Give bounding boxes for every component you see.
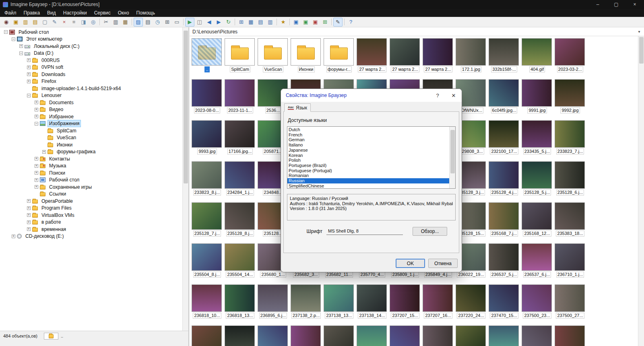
dialog-help-button[interactable]: ? [429, 89, 446, 102]
tree-item[interactable]: +Избранное [0, 113, 182, 120]
menu-edit[interactable]: Правка [20, 9, 44, 17]
thumbnail-cell[interactable] [357, 325, 388, 346]
tree-item[interactable]: +временная [0, 226, 182, 233]
tree-expander[interactable]: + [35, 115, 38, 118]
tree-expander[interactable]: + [27, 220, 31, 224]
tree-item[interactable]: image-uploader-1.4.1-build-5219-x64 [0, 85, 182, 92]
maximize-button[interactable]: ▢ [607, 0, 625, 9]
tree-item[interactable]: +Program Files [0, 205, 182, 212]
browse-mode-button[interactable]: ▨ [134, 18, 143, 27]
tree-expander[interactable]: + [27, 206, 31, 210]
tab-language[interactable]: Авс Язык [284, 103, 311, 112]
ok-button[interactable]: OK [396, 259, 425, 268]
thumbnail-cell[interactable]: 237220_24... [456, 284, 487, 319]
language-option[interactable]: SimplifiedChinese [287, 183, 449, 189]
thumbnail-cell[interactable]: 6c04f9.jpg... [489, 79, 520, 113]
thumbnail-cell[interactable]: 235128_7.j... [192, 202, 223, 237]
help-button[interactable]: ? [346, 18, 355, 27]
language-option[interactable]: Portuguese (Portugal) [287, 168, 449, 173]
thumbnail-cell[interactable] [192, 325, 223, 346]
tree-scrollbar[interactable] [182, 27, 188, 331]
tree-scrollbar-thumb[interactable] [184, 31, 188, 183]
language-option[interactable]: Portuguese (Brazil) [287, 163, 449, 168]
tree-item[interactable]: Ссылки [0, 191, 182, 198]
thumbnail-cell[interactable]: 237207_15... [390, 284, 421, 319]
tree-expander[interactable]: + [27, 199, 31, 203]
thumbnail-cell[interactable]: 236537_5.j... [489, 243, 520, 278]
tree-expander[interactable]: + [35, 101, 38, 104]
tree-expander[interactable]: + [27, 72, 31, 76]
menu-help[interactable]: Помощь [133, 9, 159, 17]
thumbnail-cell[interactable]: 237138_2.p... [291, 284, 322, 319]
refresh-button[interactable]: ↻ [224, 18, 233, 27]
list-scrollbar[interactable] [449, 127, 455, 188]
minimize-button[interactable]: – [588, 0, 607, 9]
thumbnail-cell[interactable]: 235504_14... [225, 243, 256, 278]
language-option[interactable]: Dutch [287, 127, 449, 132]
tree-expander[interactable]: + [35, 108, 38, 111]
thumbnail-cell[interactable]: 237138_13... [324, 284, 355, 319]
thumbnail-cell[interactable]: 27 марта 2... [357, 38, 388, 72]
thumbnail-cell[interactable] [489, 325, 520, 346]
thumbnail-cell[interactable] [390, 325, 421, 346]
thumbnail-cell[interactable]: Иконки [291, 38, 322, 72]
thumbnail-cell[interactable]: 2023-08-0... [192, 79, 223, 113]
timer-button[interactable]: ◷ [153, 18, 162, 27]
thumbnail-cell[interactable]: 235383_18... [555, 202, 586, 237]
preview-mode-button[interactable]: ▤ [143, 18, 153, 27]
thumbnails-mode-button[interactable]: ⊞ [163, 18, 172, 27]
properties-button[interactable]: ◨ [79, 18, 88, 27]
tree-item[interactable]: −Рабочий стол [0, 29, 182, 36]
tree-expander[interactable]: + [27, 66, 31, 69]
batch-convert-button[interactable]: ⊞ [320, 18, 330, 27]
menu-file[interactable]: Файл [1, 9, 20, 17]
thumbnail-cell[interactable]: 236710_1.j... [555, 243, 586, 278]
grid-scrollbar[interactable] [638, 36, 644, 346]
thumbnail-cell[interactable]: 235168_12... [522, 202, 553, 237]
menu-window[interactable]: Окно [114, 9, 133, 17]
delete-button[interactable]: × [60, 18, 69, 27]
edit-file-button[interactable]: ✎ [50, 18, 59, 27]
thumbnail-cell[interactable]: 237500_23... [522, 284, 553, 319]
thumbnail-cell[interactable]: VueScan [258, 38, 289, 72]
remove-folder-button[interactable]: ▣ [311, 18, 320, 27]
view-thumbnails-button[interactable]: ⊞ [237, 18, 246, 27]
tree-item[interactable]: +Видео [0, 106, 182, 113]
tree-expander[interactable]: − [12, 37, 15, 41]
tree-item[interactable]: +CD-дисковод (E:) [0, 233, 182, 240]
view-details-button[interactable]: ▥ [266, 18, 275, 27]
thumbnail-cell[interactable]: 233435_5.j... [522, 120, 553, 154]
language-option[interactable]: Italiano [287, 142, 449, 148]
thumbnail-cell[interactable]: 404.gif [522, 38, 553, 72]
thumbnail-cell[interactable] [225, 325, 256, 346]
thumbnail-cell[interactable]: 233823_7.j... [555, 120, 586, 154]
thumbnail-cell[interactable]: 237207_16... [423, 284, 454, 319]
thumbnail-cell[interactable]: 237470_15... [489, 284, 520, 319]
browse-button[interactable]: Обзор... [413, 227, 447, 236]
thumbnail-cell[interactable] [258, 325, 289, 346]
tree-expander[interactable]: + [35, 171, 38, 175]
tree-item[interactable]: +Documents [0, 99, 182, 106]
cut-button[interactable]: ✂ [101, 18, 111, 27]
thumbnail-cell[interactable]: 235128_6.j... [555, 161, 586, 196]
tree-expander[interactable]: − [4, 30, 8, 34]
language-option[interactable]: Russian [287, 178, 449, 183]
tree-item[interactable]: Иконки [0, 141, 182, 148]
upload-folder-button[interactable]: ▣ [301, 18, 310, 27]
forward-button[interactable]: ▶ [214, 18, 223, 27]
tree-item[interactable]: −Этот компьютер [0, 36, 182, 43]
tree-item[interactable]: +в работе [0, 219, 182, 226]
tree-expander[interactable]: + [27, 227, 31, 231]
thumbnail-cell[interactable] [522, 325, 553, 346]
thumbnail-cell[interactable]: 332b158f-... [489, 38, 520, 72]
thumbnail-cell[interactable]: 235128_4.j... [489, 161, 520, 196]
tree-item[interactable]: +Downloads [0, 71, 182, 78]
chevron-down-icon[interactable]: ▾ [636, 29, 642, 34]
thumbnail-cell[interactable]: 234284_1.j... [225, 161, 256, 196]
tree-expander[interactable]: + [27, 213, 31, 217]
tree-expander[interactable]: − [27, 94, 31, 97]
thumbnail-cell[interactable]: 235504_8.j... [192, 243, 223, 278]
tree-item[interactable]: −Data (D:) [0, 50, 182, 57]
tree-item[interactable]: +форумы-графика [0, 148, 182, 156]
cancel-button[interactable]: Отмена [428, 259, 458, 268]
